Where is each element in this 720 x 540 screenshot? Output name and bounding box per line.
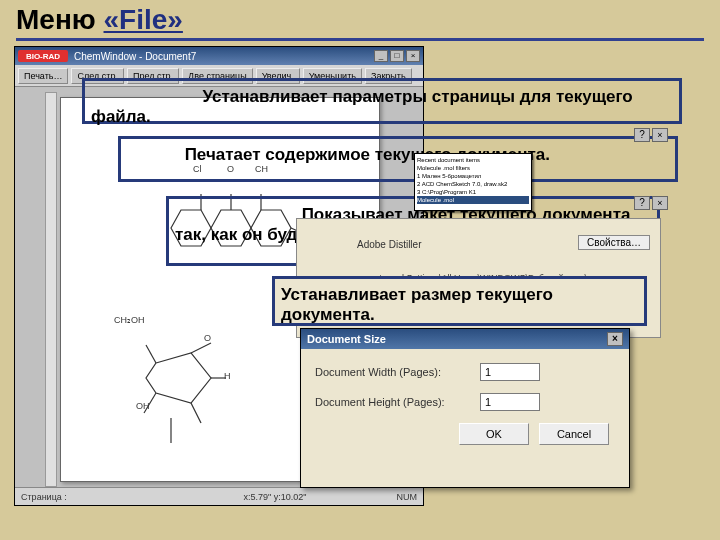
- svg-marker-7: [146, 353, 211, 403]
- document-size-dialog: Document Size × Document Width (Pages): …: [300, 328, 630, 488]
- recent-docs-popup: Recent document items Molecule .mol filt…: [414, 153, 532, 211]
- popup-line: 3 C:\Prog\Program K1: [417, 188, 529, 196]
- svg-line-8: [146, 345, 156, 363]
- status-num: NUM: [397, 492, 418, 502]
- svg-line-9: [191, 343, 211, 353]
- chemical-structure-2: CH₂OH OH H O: [116, 323, 256, 463]
- status-coords: x:5.79" y:10.02": [244, 492, 307, 502]
- docsize-body: Document Width (Pages): Document Height …: [301, 349, 629, 453]
- help-icon[interactable]: ?: [634, 196, 650, 210]
- docsize-height-input[interactable]: [480, 393, 540, 411]
- docsize-width-label: Document Width (Pages):: [315, 366, 480, 378]
- title-menu-word: Меню: [16, 4, 96, 35]
- preview-statusbar: Страница : x:5.79" y:10.02" NUM: [15, 487, 423, 505]
- docsize-buttons: OK Cancel: [315, 423, 615, 445]
- docsize-titlebar: Document Size ×: [301, 329, 629, 349]
- minimize-icon[interactable]: _: [374, 50, 388, 62]
- printer-name-label: Adobe Distiller: [357, 239, 421, 250]
- popup-line: Molecule .mol filters: [417, 164, 529, 172]
- svg-line-11: [191, 403, 201, 423]
- docsize-width-row: Document Width (Pages):: [315, 363, 615, 381]
- docsize-height-label: Document Height (Pages):: [315, 396, 480, 408]
- vertical-ruler: [45, 92, 57, 487]
- explanation-page-setup: Page Setup – Устанавливает параметры стр…: [82, 78, 682, 124]
- title-underline: [16, 38, 704, 41]
- properties-button[interactable]: Свойства…: [578, 235, 650, 250]
- close-icon[interactable]: ×: [652, 196, 668, 210]
- close-icon[interactable]: ×: [652, 128, 668, 142]
- title-file-word: «File»: [104, 4, 183, 35]
- maximize-icon[interactable]: □: [390, 50, 404, 62]
- close-icon[interactable]: ×: [406, 50, 420, 62]
- explanation-print: Print – Печатает содержимое текущего док…: [118, 136, 678, 182]
- explanation-docsize: Устанавливает размер текущего документа.: [272, 276, 647, 326]
- docsize-title-text: Document Size: [307, 333, 386, 345]
- cancel-button[interactable]: Cancel: [539, 423, 609, 445]
- chem-label-oh: OH: [136, 401, 150, 411]
- popup-line: 1 Мален 5-бромацетил: [417, 172, 529, 180]
- chem-label-o2: O: [204, 333, 211, 343]
- popup-line: 2 ACD ChemSketch 7.0, draw.sk2: [417, 180, 529, 188]
- popup-line: Recent document items: [417, 156, 529, 164]
- close-icon[interactable]: ×: [607, 332, 623, 346]
- help-icon[interactable]: ?: [634, 128, 650, 142]
- toolbar-print-button[interactable]: Печать…: [18, 68, 68, 84]
- chem-label-ch2oh: CH₂OH: [114, 315, 145, 325]
- chem-label-h: H: [224, 371, 231, 381]
- ok-button[interactable]: OK: [459, 423, 529, 445]
- preview-title-text: ChemWindow - Document7: [74, 51, 372, 62]
- docsize-height-row: Document Height (Pages):: [315, 393, 615, 411]
- explanation-text-1: Устанавливает параметры страницы для тек…: [91, 87, 633, 126]
- status-page: Страница :: [21, 492, 67, 502]
- preview-titlebar: BIO-RAD ChemWindow - Document7 _ □ ×: [15, 47, 423, 65]
- brand-logo: BIO-RAD: [18, 50, 68, 62]
- docsize-width-input[interactable]: [480, 363, 540, 381]
- page-title: Меню «File»: [0, 0, 720, 38]
- popup-line-selected[interactable]: Molecule .mol: [417, 196, 529, 204]
- explanation-text-4: Устанавливает размер текущего документа.: [281, 285, 553, 324]
